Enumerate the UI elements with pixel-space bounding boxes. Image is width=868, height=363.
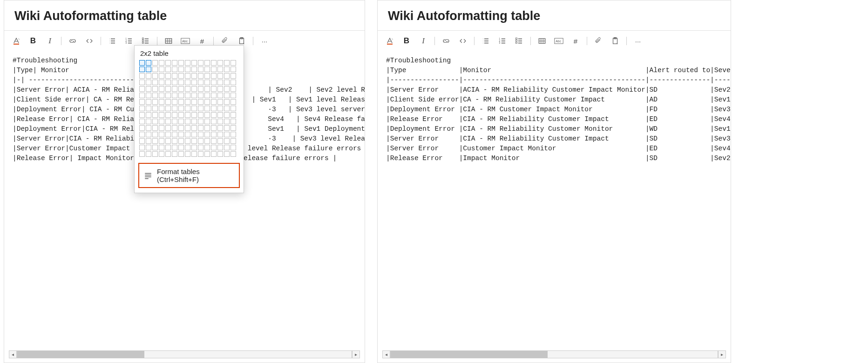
grid-cell[interactable]: [152, 112, 158, 118]
numbered-list-icon[interactable]: 123: [497, 35, 508, 47]
scroll-thumb[interactable]: [17, 351, 144, 358]
grid-cell[interactable]: [152, 80, 158, 85]
grid-cell[interactable]: [178, 138, 184, 144]
grid-cell[interactable]: [224, 145, 230, 150]
grid-cell[interactable]: [231, 106, 236, 111]
grid-cell[interactable]: [185, 73, 190, 79]
grid-cell[interactable]: [165, 138, 171, 144]
grid-cell[interactable]: [191, 86, 197, 92]
grid-cell[interactable]: [211, 93, 217, 98]
grid-cell[interactable]: [231, 112, 236, 118]
grid-cell[interactable]: [178, 67, 184, 72]
grid-cell[interactable]: [224, 60, 230, 66]
grid-cell[interactable]: [146, 145, 151, 150]
grid-cell[interactable]: [185, 60, 190, 66]
grid-cell[interactable]: [224, 138, 230, 144]
grid-cell[interactable]: [204, 67, 210, 72]
font-color-icon[interactable]: [384, 35, 395, 47]
grid-cell[interactable]: [211, 73, 217, 79]
grid-cell[interactable]: [172, 99, 177, 105]
grid-cell[interactable]: [217, 132, 223, 137]
grid-cell[interactable]: [211, 80, 217, 85]
grid-cell[interactable]: [224, 119, 230, 124]
grid-cell[interactable]: [152, 119, 158, 124]
grid-cell[interactable]: [204, 145, 210, 150]
grid-cell[interactable]: [159, 145, 164, 150]
grid-cell[interactable]: [165, 132, 171, 137]
checklist-icon[interactable]: [514, 35, 525, 47]
grid-cell[interactable]: [198, 132, 203, 137]
grid-cell[interactable]: [185, 112, 190, 118]
grid-cell[interactable]: [217, 106, 223, 111]
grid-cell[interactable]: [139, 145, 145, 150]
grid-cell[interactable]: [217, 125, 223, 131]
grid-cell[interactable]: [178, 93, 184, 98]
link-icon[interactable]: [67, 35, 78, 47]
grid-cell[interactable]: [204, 106, 210, 111]
grid-cell[interactable]: [146, 86, 151, 92]
grid-cell[interactable]: [204, 80, 210, 85]
grid-cell[interactable]: [139, 99, 145, 105]
grid-cell[interactable]: [231, 73, 236, 79]
table-size-grid[interactable]: [135, 59, 244, 161]
grid-cell[interactable]: [152, 99, 158, 105]
bold-button[interactable]: B: [401, 35, 412, 47]
grid-cell[interactable]: [224, 99, 230, 105]
grid-cell[interactable]: [191, 138, 197, 144]
grid-cell[interactable]: [185, 106, 190, 111]
grid-cell[interactable]: [139, 138, 145, 144]
grid-cell[interactable]: [159, 151, 164, 157]
grid-cell[interactable]: [146, 138, 151, 144]
grid-cell[interactable]: [198, 112, 203, 118]
grid-cell[interactable]: [204, 60, 210, 66]
grid-cell[interactable]: [217, 73, 223, 79]
grid-cell[interactable]: [146, 119, 151, 124]
grid-cell[interactable]: [231, 119, 236, 124]
grid-cell[interactable]: [172, 60, 177, 66]
paste-icon[interactable]: [610, 35, 621, 47]
grid-cell[interactable]: [172, 119, 177, 124]
grid-cell[interactable]: [178, 73, 184, 79]
grid-cell[interactable]: [224, 93, 230, 98]
grid-cell[interactable]: [204, 125, 210, 131]
grid-cell[interactable]: [165, 60, 171, 66]
grid-cell[interactable]: [172, 151, 177, 157]
grid-cell[interactable]: [198, 125, 203, 131]
grid-cell[interactable]: [146, 80, 151, 85]
grid-cell[interactable]: [146, 93, 151, 98]
scroll-right-arrow-icon[interactable]: ▸: [718, 350, 726, 358]
grid-cell[interactable]: [139, 125, 145, 131]
grid-cell[interactable]: [217, 67, 223, 72]
grid-cell[interactable]: [198, 99, 203, 105]
grid-cell[interactable]: [139, 132, 145, 137]
grid-cell[interactable]: [204, 151, 210, 157]
table-icon[interactable]: [536, 35, 548, 47]
page-title-right[interactable]: Wiki Autoformatting table: [388, 9, 540, 23]
grid-cell[interactable]: [204, 99, 210, 105]
editor-body-right[interactable]: #Troubleshooting |Type |Monitor |Alert r…: [378, 51, 731, 343]
grid-cell[interactable]: [191, 106, 197, 111]
grid-cell[interactable]: [224, 125, 230, 131]
grid-cell[interactable]: [224, 67, 230, 72]
grid-cell[interactable]: [159, 80, 164, 85]
grid-cell[interactable]: [152, 93, 158, 98]
numbered-list-icon[interactable]: 123: [123, 35, 135, 47]
grid-cell[interactable]: [217, 138, 223, 144]
grid-cell[interactable]: [198, 60, 203, 66]
grid-cell[interactable]: [204, 119, 210, 124]
more-button[interactable]: ···: [259, 35, 270, 47]
grid-cell[interactable]: [217, 60, 223, 66]
grid-cell[interactable]: [178, 99, 184, 105]
grid-cell[interactable]: [191, 60, 197, 66]
grid-cell[interactable]: [172, 93, 177, 98]
grid-cell[interactable]: [191, 125, 197, 131]
bold-button[interactable]: B: [27, 35, 39, 47]
grid-cell[interactable]: [178, 145, 184, 150]
grid-cell[interactable]: [178, 112, 184, 118]
grid-cell[interactable]: [217, 93, 223, 98]
grid-cell[interactable]: [224, 132, 230, 137]
scroll-left-arrow-icon[interactable]: ◂: [9, 350, 17, 358]
grid-cell[interactable]: [231, 151, 236, 157]
grid-cell[interactable]: [231, 99, 236, 105]
grid-cell[interactable]: [146, 60, 151, 66]
